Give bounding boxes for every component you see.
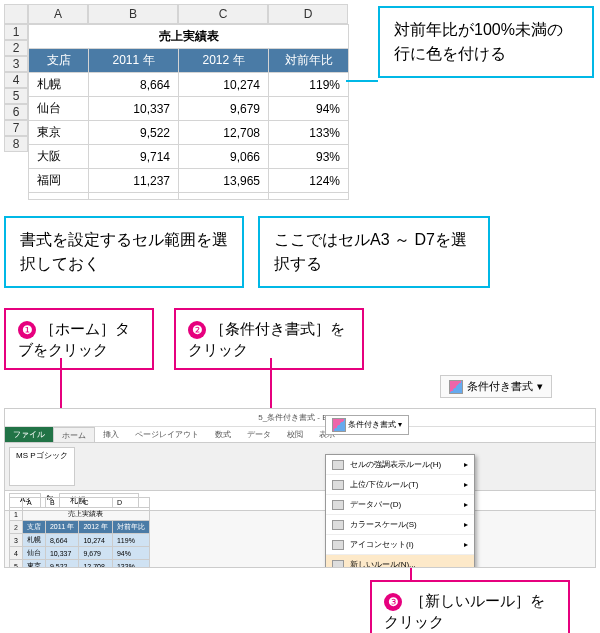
mini-grid: ABCD 1売上実績表 2支店2011 年2012 年対前年比 3札幌8,664… <box>9 497 150 568</box>
column-headers: A B C D <box>4 4 354 24</box>
tab-review[interactable]: 校閲 <box>279 427 311 442</box>
conditional-format-icon <box>449 380 463 394</box>
pointer-line <box>346 80 378 82</box>
menu-new-rule[interactable]: 新しいルール(N)... <box>326 555 474 568</box>
row-5[interactable]: 5 <box>4 88 28 104</box>
step-3: ❸ ［新しいルール］をクリック <box>370 580 570 633</box>
col-C[interactable]: C <box>178 4 268 24</box>
menu-data-bars[interactable]: データバー(D)▸ <box>326 495 474 515</box>
conditional-format-menu: セルの強調表示ルール(H)▸ 上位/下位ルール(T)▸ データバー(D)▸ カラ… <box>325 454 475 568</box>
bullet-2: ❷ <box>188 321 206 339</box>
row-6[interactable]: 6 <box>4 104 28 120</box>
menu-icon-sets[interactable]: アイコンセット(I)▸ <box>326 535 474 555</box>
row-1[interactable]: 1 <box>4 24 28 40</box>
iconset-icon <box>332 540 344 550</box>
pointer-2a <box>270 358 272 410</box>
menu-highlight-rules[interactable]: セルの強調表示ルール(H)▸ <box>326 455 474 475</box>
table-row: 東京9,52212,708133% <box>29 121 349 145</box>
bullet-3: ❸ <box>384 593 402 611</box>
conditional-format-icon <box>332 418 346 432</box>
hdr-ratio: 対前年比 <box>269 49 349 73</box>
tab-home[interactable]: ホーム <box>53 427 95 442</box>
menu-top-bottom[interactable]: 上位/下位ルール(T)▸ <box>326 475 474 495</box>
row-7[interactable]: 7 <box>4 120 28 136</box>
row-8[interactable]: 8 <box>4 136 28 152</box>
hdr-branch: 支店 <box>29 49 89 73</box>
menu-color-scales[interactable]: カラースケール(S)▸ <box>326 515 474 535</box>
tab-file[interactable]: ファイル <box>5 427 53 442</box>
callout-a3d7: ここではセルA3 ～ D7を選択する <box>258 216 490 288</box>
tab-formula[interactable]: 数式 <box>207 427 239 442</box>
row-3[interactable]: 3 <box>4 56 28 72</box>
table-row: 仙台10,3379,67994% <box>29 97 349 121</box>
ribbon-tabs: ファイル ホーム 挿入 ページレイアウト 数式 データ 校閲 表示 <box>5 427 595 443</box>
newrule-icon <box>332 560 344 569</box>
step-2: ❷［条件付き書式］をクリック <box>174 308 364 370</box>
data-table: 売上実績表 支店 2011 年 2012 年 対前年比 札幌8,66410,27… <box>28 24 349 200</box>
tab-insert[interactable]: 挿入 <box>95 427 127 442</box>
row-4[interactable]: 4 <box>4 72 28 88</box>
chevron-down-icon: ▾ <box>537 380 543 393</box>
tab-layout[interactable]: ページレイアウト <box>127 427 207 442</box>
font-box[interactable]: MS Pゴシック <box>9 447 75 486</box>
excel-window: 5_条件付き書式 - Excel ファイル ホーム 挿入 ページレイアウト 数式… <box>4 408 596 568</box>
callout-select-range: 書式を設定するセル範囲を選択しておく <box>4 216 244 288</box>
table-row: 大阪9,7149,06693% <box>29 145 349 169</box>
table-row <box>29 193 349 200</box>
col-D[interactable]: D <box>268 4 348 24</box>
conditional-format-button[interactable]: 条件付き書式 ▾ <box>325 415 409 435</box>
excel-title: 5_条件付き書式 - Excel <box>5 409 595 427</box>
row-2[interactable]: 2 <box>4 40 28 56</box>
hdr-2011: 2011 年 <box>89 49 179 73</box>
col-B[interactable]: B <box>88 4 178 24</box>
table-row: 福岡11,23713,965124% <box>29 169 349 193</box>
table-row: 札幌8,66410,274119% <box>29 73 349 97</box>
hdr-2012: 2012 年 <box>179 49 269 73</box>
rules-icon <box>332 460 344 470</box>
spreadsheet-top: A B C D 1 2 3 4 5 6 7 8 売上実績表 支店 2011 年 … <box>4 4 354 200</box>
step-1: ❶［ホーム］タブをクリック <box>4 308 154 370</box>
ribbon: MS Pゴシック 条件付き書式 ▾ セルの強調表示ルール(H)▸ 上位/下位ルー… <box>5 443 595 491</box>
callout-highlight: 対前年比が100%未満の行に色を付ける <box>378 6 594 78</box>
topbottom-icon <box>332 480 344 490</box>
colorscale-icon <box>332 520 344 530</box>
databar-icon <box>332 500 344 510</box>
bullet-1: ❶ <box>18 321 36 339</box>
tab-data[interactable]: データ <box>239 427 279 442</box>
table-title: 売上実績表 <box>29 25 349 49</box>
col-A[interactable]: A <box>28 4 88 24</box>
conditional-format-button-sample[interactable]: 条件付き書式 ▾ <box>440 375 552 398</box>
